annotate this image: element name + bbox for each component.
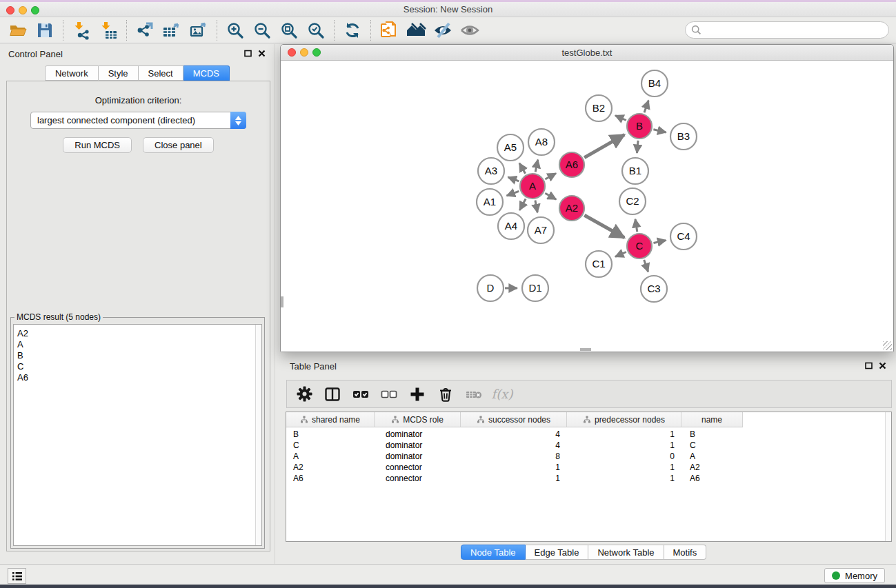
table-cell[interactable]: dominator <box>375 429 461 439</box>
column-header-name[interactable]: name <box>681 412 743 427</box>
edge-B-B3[interactable] <box>653 130 666 132</box>
open-session-icon[interactable] <box>8 20 28 41</box>
table-row[interactable]: Bdominator41B <box>286 429 891 440</box>
delete-table-icon[interactable] <box>465 385 483 403</box>
table-row[interactable]: Cdominator41C <box>286 440 891 451</box>
tab-style[interactable]: Style <box>99 65 139 81</box>
table-row[interactable]: A6connector11A6 <box>286 473 891 484</box>
search-box[interactable] <box>685 21 889 39</box>
tab-mcds[interactable]: MCDS <box>183 65 230 81</box>
mcds-result-item[interactable]: C <box>17 361 261 372</box>
table-cell[interactable]: A6 <box>286 474 375 483</box>
table-cell[interactable]: 8 <box>461 452 567 461</box>
table-cell[interactable]: dominator <box>375 440 461 450</box>
tab-network-table[interactable]: Network Table <box>588 545 664 560</box>
table-cell[interactable]: A <box>286 452 375 461</box>
float-table-panel-icon[interactable] <box>865 362 873 369</box>
edge-B-B2[interactable] <box>615 116 626 121</box>
new-network-from-selection-icon[interactable] <box>379 20 399 41</box>
export-table-icon[interactable] <box>161 20 182 41</box>
export-image-icon[interactable] <box>188 20 209 41</box>
export-network-icon[interactable] <box>135 20 155 41</box>
memory-button[interactable]: Memory <box>824 568 885 583</box>
resize-grip-icon[interactable] <box>883 341 892 350</box>
close-table-panel-icon[interactable] <box>879 362 886 369</box>
split-view-icon[interactable] <box>323 385 341 403</box>
home-networks-icon[interactable] <box>406 20 426 41</box>
tab-select[interactable]: Select <box>139 65 183 81</box>
table-cell[interactable]: C <box>286 440 375 450</box>
select-all-columns-icon[interactable] <box>352 385 370 403</box>
float-panel-icon[interactable] <box>244 50 252 57</box>
table-cell[interactable]: 1 <box>567 440 681 450</box>
edge-A-A7[interactable] <box>535 201 537 213</box>
edge-C-C2[interactable] <box>635 219 637 232</box>
mcds-result-item[interactable]: A <box>17 339 261 350</box>
table-row[interactable]: Adominator80A <box>286 451 891 462</box>
column-header-MCDS-role[interactable]: MCDS role <box>375 412 461 427</box>
mcds-result-item[interactable]: B <box>17 350 261 361</box>
network-graph[interactable]: B4B2BB3A8A5A6A3B1AC2A1A2A4A7C4CC1C3DD1 <box>281 61 893 352</box>
table-cell[interactable]: 1 <box>567 474 681 483</box>
zoom-out-icon[interactable] <box>252 20 272 41</box>
table-cell[interactable]: A <box>681 452 743 461</box>
column-header-shared-name[interactable]: shared name <box>286 412 375 427</box>
edge-A-A6[interactable] <box>545 174 556 180</box>
import-table-icon[interactable] <box>98 20 119 41</box>
add-column-icon[interactable] <box>408 385 426 403</box>
table-cell[interactable]: dominator <box>375 452 461 461</box>
optimization-select[interactable]: largest connected component (directed) <box>30 112 246 129</box>
edge-A-A8[interactable] <box>535 160 538 172</box>
horizontal-scroll-nub[interactable] <box>580 348 591 351</box>
close-panel-icon[interactable] <box>258 50 266 57</box>
table-row[interactable]: A2connector11A2 <box>286 462 891 473</box>
function-builder-icon[interactable]: f(x) <box>493 385 511 403</box>
table-cell[interactable]: 1 <box>461 474 567 483</box>
edge-A-A3[interactable] <box>508 177 519 181</box>
mcds-result-list[interactable]: A2ABCA6 <box>13 324 262 546</box>
edge-C-C3[interactable] <box>644 260 648 272</box>
edge-C-C1[interactable] <box>615 252 626 257</box>
edge-A-A2[interactable] <box>545 193 556 199</box>
table-cell[interactable]: B <box>681 429 743 439</box>
refresh-view-icon[interactable] <box>342 20 363 41</box>
column-header-successor-nodes[interactable]: successor nodes <box>461 412 567 427</box>
table-scrollbar[interactable] <box>885 412 891 541</box>
import-network-icon[interactable] <box>71 20 92 41</box>
tab-network[interactable]: Network <box>45 65 99 81</box>
edge-B-B4[interactable] <box>644 101 648 113</box>
table-cell[interactable]: 4 <box>461 429 567 439</box>
tab-motifs[interactable]: Motifs <box>664 545 707 560</box>
table-cell[interactable]: connector <box>375 474 461 483</box>
edge-A-A4[interactable] <box>519 199 526 210</box>
deselect-all-columns-icon[interactable] <box>380 385 398 403</box>
settings-gear-icon[interactable] <box>295 385 313 403</box>
table-cell[interactable]: A6 <box>681 474 743 483</box>
zoom-in-icon[interactable] <box>225 20 246 41</box>
edge-C-C4[interactable] <box>654 241 666 243</box>
close-panel-button[interactable]: Close panel <box>143 137 214 153</box>
table-cell[interactable]: C <box>681 440 743 450</box>
mcds-result-item[interactable]: A2 <box>17 328 261 339</box>
network-canvas[interactable]: B4B2BB3A8A5A6A3B1AC2A1A2A4A7C4CC1C3DD1 <box>281 61 893 352</box>
search-input[interactable] <box>701 24 888 36</box>
table-cell[interactable]: 4 <box>461 440 567 450</box>
save-session-icon[interactable] <box>34 20 55 41</box>
run-mcds-button[interactable]: Run MCDS <box>63 137 132 153</box>
table-cell[interactable]: connector <box>375 463 461 472</box>
hide-selected-icon[interactable] <box>432 20 453 41</box>
edge-A2-C[interactable] <box>584 215 624 238</box>
table-cell[interactable]: A2 <box>286 463 375 472</box>
vertical-scroll-nub[interactable] <box>281 296 283 307</box>
list-scrollbar[interactable] <box>255 325 261 545</box>
column-header-predecessor-nodes[interactable]: predecessor nodes <box>567 412 681 427</box>
table-cell[interactable]: 1 <box>567 463 681 472</box>
delete-column-icon[interactable] <box>437 385 455 403</box>
task-list-button[interactable] <box>8 568 26 584</box>
tab-node-table[interactable]: Node Table <box>461 545 526 560</box>
tab-edge-table[interactable]: Edge Table <box>526 545 589 560</box>
table-cell[interactable]: 0 <box>567 452 681 461</box>
table-cell[interactable]: 1 <box>461 463 567 472</box>
table-cell[interactable]: A2 <box>681 463 743 472</box>
zoom-selected-icon[interactable] <box>306 20 326 41</box>
